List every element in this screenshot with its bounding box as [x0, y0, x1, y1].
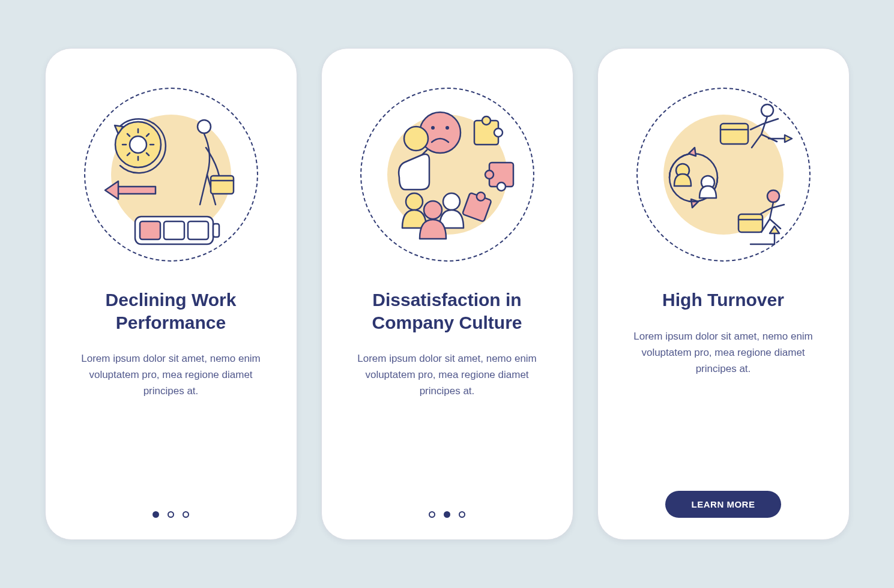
svg-marker-12	[105, 181, 118, 199]
svg-rect-37	[720, 124, 748, 144]
page-dot-2[interactable]	[444, 511, 450, 518]
svg-rect-45	[738, 214, 763, 232]
svg-point-31	[497, 182, 506, 191]
page-dot-1[interactable]	[153, 511, 159, 518]
svg-point-1	[130, 136, 146, 153]
high-turnover-icon	[645, 97, 802, 253]
page-dot-2[interactable]	[168, 511, 174, 518]
svg-rect-19	[211, 176, 234, 194]
dissatisfaction-icon	[369, 97, 525, 253]
svg-point-28	[494, 128, 503, 137]
declining-performance-icon	[93, 97, 249, 253]
svg-point-23	[445, 126, 449, 130]
illustration-container	[357, 85, 537, 265]
learn-more-button[interactable]: LEARN MORE	[665, 491, 782, 518]
svg-point-22	[431, 126, 435, 130]
svg-marker-42	[689, 148, 696, 156]
card-body: Lorem ipsum dolor sit amet, nemo enim vo…	[347, 350, 548, 400]
page-dot-1[interactable]	[429, 511, 435, 518]
card-title: Dissatisfaction in Company Culture	[347, 289, 548, 334]
card-title: Declining Work Performance	[71, 289, 271, 334]
card-title: High Turnover	[659, 289, 787, 311]
svg-marker-48	[770, 226, 779, 233]
illustration-container	[81, 85, 261, 265]
svg-point-30	[485, 170, 494, 179]
svg-point-24	[404, 127, 428, 151]
svg-marker-41	[691, 199, 698, 208]
page-dot-3[interactable]	[183, 511, 189, 518]
card-footer: LEARN MORE	[598, 491, 849, 518]
svg-point-47	[767, 190, 779, 202]
svg-point-35	[443, 193, 460, 210]
svg-point-27	[482, 116, 491, 125]
illustration-container	[633, 85, 814, 265]
onboarding-card-2: Dissatisfaction in Company Culture Lorem…	[321, 48, 573, 540]
svg-rect-11	[113, 187, 156, 194]
svg-point-39	[761, 104, 773, 116]
card-footer	[46, 511, 297, 518]
onboarding-card-1: Declining Work Performance Lorem ipsum d…	[45, 48, 297, 540]
page-indicator	[429, 511, 465, 518]
card-body: Lorem ipsum dolor sit amet, nemo enim vo…	[71, 350, 271, 400]
svg-marker-40	[785, 135, 792, 142]
card-body: Lorem ipsum dolor sit amet, nemo enim vo…	[623, 328, 824, 377]
svg-point-34	[406, 193, 423, 210]
svg-point-36	[424, 201, 442, 219]
svg-rect-15	[140, 221, 160, 239]
page-indicator	[153, 511, 189, 518]
onboarding-card-3: High Turnover Lorem ipsum dolor sit amet…	[597, 48, 850, 540]
svg-point-18	[198, 120, 211, 133]
svg-rect-14	[213, 224, 219, 237]
card-footer	[322, 511, 573, 518]
page-dot-3[interactable]	[459, 511, 465, 518]
